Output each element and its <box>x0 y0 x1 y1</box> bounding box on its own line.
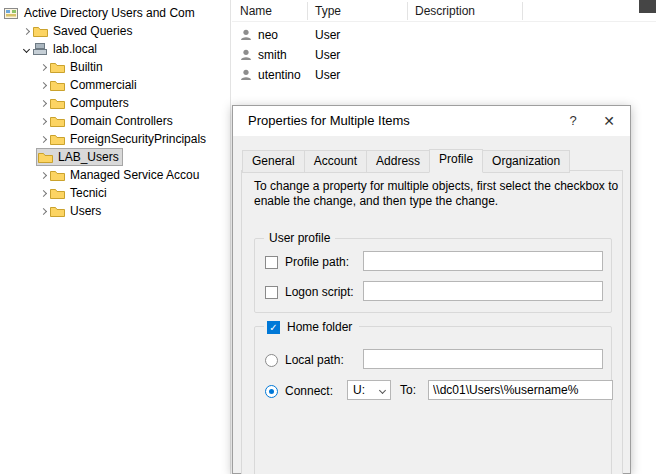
local-path-row: Local path: <box>265 349 601 371</box>
tree-item-label: Saved Queries <box>50 23 135 39</box>
connect-radio[interactable] <box>265 385 278 398</box>
selected-tree-item-highlight: LAB_Users <box>37 149 122 165</box>
tree-item-label: Managed Service Accou <box>67 167 202 183</box>
tree-item-managed-service-accounts[interactable]: Managed Service Accou <box>0 166 230 184</box>
domain-icon <box>33 43 50 55</box>
tab-address[interactable]: Address <box>366 150 430 173</box>
folder-icon <box>50 205 67 217</box>
tree-item-root[interactable]: Active Directory Users and Com <box>0 4 230 22</box>
folder-icon <box>50 79 67 91</box>
home-folder-checkbox[interactable] <box>267 321 280 334</box>
tree-item-label: ForeignSecurityPrincipals <box>67 131 209 147</box>
chevron-right-icon[interactable] <box>37 119 50 124</box>
profile-path-checkbox[interactable] <box>265 256 278 269</box>
tree-item-lab-users[interactable]: LAB_Users <box>0 148 230 166</box>
drive-letter-value: U: <box>353 383 365 397</box>
chevron-right-icon[interactable] <box>37 173 50 178</box>
tree-item-label: Domain Controllers <box>67 113 176 129</box>
dialog-instructions: To change a property for multiple object… <box>254 179 618 209</box>
folder-icon <box>50 133 67 145</box>
tab-account[interactable]: Account <box>304 150 367 173</box>
list-row-neo[interactable]: neo User <box>232 25 656 45</box>
local-path-radio[interactable] <box>265 354 278 367</box>
tab-organization[interactable]: Organization <box>482 150 570 173</box>
tree-item-builtin[interactable]: Builtin <box>0 58 230 76</box>
folder-icon <box>33 25 50 37</box>
cell-name: smith <box>258 48 287 62</box>
profile-path-label: Profile path: <box>285 255 349 269</box>
user-icon <box>240 29 258 41</box>
chevron-right-icon[interactable] <box>20 29 33 34</box>
folder-icon <box>50 61 67 73</box>
chevron-down-icon <box>379 386 386 393</box>
logon-script-row: Logon script: <box>265 281 601 303</box>
tree-item-label: Builtin <box>67 59 106 75</box>
column-header-type[interactable]: Type <box>315 4 341 18</box>
chevron-right-icon[interactable] <box>37 65 50 70</box>
folder-icon <box>50 97 67 109</box>
column-separator[interactable] <box>407 2 408 20</box>
column-header-description[interactable]: Description <box>415 4 475 18</box>
tree-item-label: Users <box>67 203 104 219</box>
folder-icon <box>38 151 55 163</box>
column-separator[interactable] <box>522 2 523 20</box>
local-path-input[interactable] <box>363 349 603 369</box>
tree-item-label: Tecnici <box>67 185 110 201</box>
tree-item-label: lab.local <box>50 41 100 57</box>
profile-tab-page: To change a property for multiple object… <box>241 170 623 474</box>
home-folder-group: Home folder Local path: Connect: U: To: <box>254 326 612 474</box>
logon-script-input[interactable] <box>363 281 603 301</box>
tree-item-users[interactable]: Users <box>0 202 230 220</box>
properties-dialog: Properties for Multiple Items ? ✕ Genera… <box>232 105 631 474</box>
tree-item-label: Computers <box>67 95 132 111</box>
list-row-utentino[interactable]: utentino User <box>232 65 656 85</box>
tree-item-lab-local[interactable]: lab.local <box>0 40 230 58</box>
chevron-down-icon[interactable] <box>20 47 33 52</box>
window-corner-fragment <box>639 0 656 13</box>
home-folder-check-row: Home folder <box>264 318 359 336</box>
tree-item-computers[interactable]: Computers <box>0 94 230 112</box>
folder-icon <box>50 187 67 199</box>
chevron-right-icon[interactable] <box>37 137 50 142</box>
tree-item-tecnici[interactable]: Tecnici <box>0 184 230 202</box>
profile-path-input[interactable] <box>363 251 603 271</box>
chevron-right-icon[interactable] <box>37 191 50 196</box>
tab-general[interactable]: General <box>242 150 305 173</box>
column-separator[interactable] <box>307 2 308 20</box>
dialog-titlebar: Properties for Multiple Items ? ✕ <box>233 106 630 136</box>
home-folder-path-input[interactable] <box>428 380 613 400</box>
cell-name: neo <box>258 28 278 42</box>
tree-item-saved-queries[interactable]: Saved Queries <box>0 22 230 40</box>
tab-profile[interactable]: Profile <box>429 149 483 173</box>
list-row-smith[interactable]: smith User <box>232 45 656 65</box>
user-profile-group: User profile Profile path: Logon script: <box>254 238 612 313</box>
profile-path-row: Profile path: <box>265 251 601 273</box>
tree-item-commerciali[interactable]: Commerciali <box>0 76 230 94</box>
to-label: To: <box>400 383 416 397</box>
dialog-title: Properties for Multiple Items <box>248 106 410 136</box>
logon-script-checkbox[interactable] <box>265 286 278 299</box>
column-header-name[interactable]: Name <box>240 4 272 18</box>
connect-row: Connect: U: To: <box>265 380 601 402</box>
cell-type: User <box>315 48 340 62</box>
cell-name: utentino <box>258 68 301 82</box>
cell-type: User <box>315 28 340 42</box>
home-folder-label: Home folder <box>287 320 352 334</box>
property-tabs: General Account Address Profile Organiza… <box>242 150 569 173</box>
folder-icon <box>50 169 67 181</box>
tree-item-domain-controllers[interactable]: Domain Controllers <box>0 112 230 130</box>
tree-item-label: Active Directory Users and Com <box>21 5 198 21</box>
connect-label: Connect: <box>285 384 333 398</box>
user-icon <box>240 69 258 81</box>
chevron-right-icon[interactable] <box>37 83 50 88</box>
help-button[interactable]: ? <box>556 106 590 136</box>
drive-letter-select[interactable]: U: <box>347 380 391 400</box>
tree-item-foreignsecurityprincipals[interactable]: ForeignSecurityPrincipals <box>0 130 230 148</box>
logon-script-label: Logon script: <box>285 285 354 299</box>
directory-root-icon <box>4 7 21 19</box>
chevron-right-icon[interactable] <box>37 101 50 106</box>
user-icon <box>240 49 258 61</box>
chevron-right-icon[interactable] <box>37 209 50 214</box>
local-path-label: Local path: <box>285 353 344 367</box>
close-button[interactable]: ✕ <box>592 106 626 136</box>
